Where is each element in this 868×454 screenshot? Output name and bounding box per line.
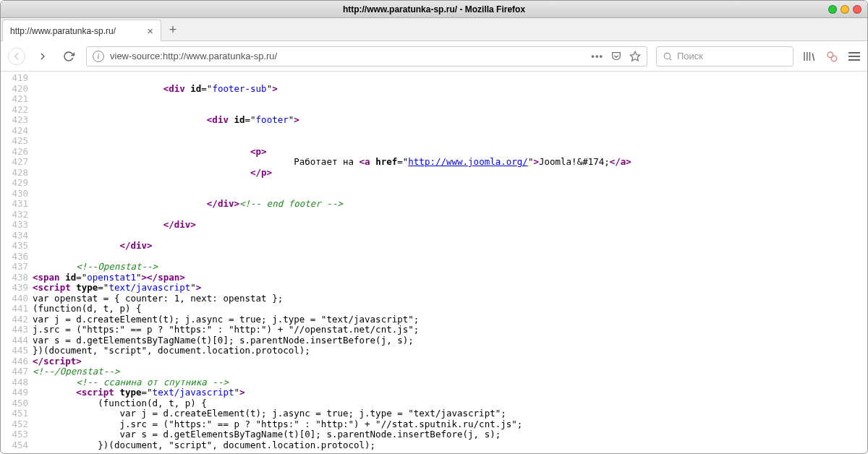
line-number: 420 <box>1 84 28 95</box>
sidebar-icon[interactable] <box>825 50 838 63</box>
line-number: 442 <box>1 314 28 325</box>
line-number: 433 <box>1 220 28 231</box>
line-number: 430 <box>1 189 28 200</box>
line-number: 436 <box>1 252 28 262</box>
url-bar[interactable]: i view-source:http://www.paratunka-sp.ru… <box>86 46 647 67</box>
source-line: <div id="footer"> <box>33 115 867 126</box>
tab-strip: http://www.paratunka-sp.ru/ × + <box>1 18 867 41</box>
source-line: </p> <box>33 168 867 179</box>
urlbar-actions: ••• <box>591 51 641 62</box>
close-window-button[interactable] <box>853 5 861 14</box>
line-number: 446 <box>1 356 28 367</box>
search-icon <box>663 51 673 61</box>
svg-line-2 <box>670 58 672 60</box>
source-line: var j = d.createElement(t); j.async = tr… <box>33 314 867 325</box>
line-number-gutter: 4194204214224234244254264274284294304314… <box>1 73 33 454</box>
maximize-button[interactable] <box>841 5 849 14</box>
view-source-pane[interactable]: 4194204214224234244254264274284294304314… <box>1 72 867 454</box>
source-line: j.src = ("https:" == p ? "https:" : "htt… <box>33 419 867 430</box>
bookmark-star-icon[interactable] <box>629 51 641 62</box>
source-line: Работает на <a href="http://www.joomla.o… <box>33 157 867 168</box>
source-line: </div><!-- end footer --> <box>33 199 867 210</box>
forward-button[interactable] <box>34 48 51 65</box>
line-number: 444 <box>1 335 28 346</box>
line-number: 437 <box>1 262 28 273</box>
source-line: <!-- ссанина от спутника --> <box>33 377 867 388</box>
source-line: var openstat = { counter: 1, next: opens… <box>33 294 867 304</box>
line-number: 439 <box>1 283 28 294</box>
source-code: <div id="footer-sub"> <div id="footer"> … <box>33 73 867 454</box>
source-line: var s = d.getElementsByTagName(t)[0]; s.… <box>33 429 867 440</box>
svg-line-6 <box>812 53 814 61</box>
line-number: 435 <box>1 241 28 252</box>
line-number: 447 <box>1 367 28 377</box>
site-info-icon[interactable]: i <box>93 51 104 62</box>
source-line <box>33 231 867 241</box>
window-titlebar: http://www.paratunka-sp.ru/ - Mozilla Fi… <box>1 1 867 18</box>
source-line: </div> <box>33 220 867 231</box>
source-line: var s = d.getElementsByTagName(t)[0]; s.… <box>33 335 867 346</box>
source-line: j.src = ("https:" == p ? "https:" : "htt… <box>33 325 867 335</box>
line-number: 449 <box>1 387 28 398</box>
line-number: 423 <box>1 115 28 126</box>
line-number: 422 <box>1 105 28 116</box>
search-placeholder: Поиск <box>677 51 703 61</box>
window-title: http://www.paratunka-sp.ru/ - Mozilla Fi… <box>343 4 525 14</box>
source-line: })(document, "script", document.location… <box>33 346 867 356</box>
source-line: <script type="text/javascript"> <box>33 283 867 294</box>
page-actions-icon[interactable]: ••• <box>591 51 603 61</box>
menu-button[interactable] <box>848 52 860 61</box>
url-text: view-source:http://www.paratunka-sp.ru/ <box>110 51 277 61</box>
source-line: <span id="openstat1"></span> <box>33 273 867 283</box>
back-button[interactable] <box>8 48 25 65</box>
pocket-icon[interactable] <box>610 51 622 62</box>
source-line <box>33 210 867 220</box>
library-icon[interactable] <box>802 50 815 63</box>
source-line: </div> <box>33 241 867 252</box>
source-line <box>33 178 867 189</box>
source-line <box>33 189 867 200</box>
browser-tab[interactable]: http://www.paratunka-sp.ru/ × <box>2 20 161 41</box>
line-number: 445 <box>1 346 28 356</box>
line-number: 425 <box>1 136 28 147</box>
line-number: 421 <box>1 94 28 105</box>
line-number: 419 <box>1 73 28 84</box>
source-line <box>33 126 867 137</box>
line-number: 443 <box>1 325 28 335</box>
window-controls <box>828 5 861 14</box>
line-number: 424 <box>1 126 28 137</box>
minimize-button[interactable] <box>828 5 837 14</box>
source-line <box>33 73 867 84</box>
source-line <box>33 94 867 105</box>
new-tab-button[interactable]: + <box>161 19 184 40</box>
source-line <box>33 136 867 147</box>
toolbar: i view-source:http://www.paratunka-sp.ru… <box>1 41 867 72</box>
source-line: <script type="text/javascript"> <box>33 387 867 398</box>
source-line: <!--Openstat--> <box>33 262 867 273</box>
line-number: 448 <box>1 377 28 388</box>
line-number: 434 <box>1 231 28 241</box>
source-line: <p> <box>33 147 867 158</box>
source-line: var j = d.createElement(t); j.async = tr… <box>33 408 867 419</box>
close-tab-icon[interactable]: × <box>147 25 153 37</box>
svg-marker-0 <box>630 51 639 61</box>
source-line: <div id="footer-sub"> <box>33 84 867 95</box>
source-line <box>33 105 867 116</box>
line-number: 453 <box>1 429 28 440</box>
line-number: 429 <box>1 178 28 189</box>
reload-button[interactable] <box>60 48 77 65</box>
line-number: 451 <box>1 408 28 419</box>
line-number: 431 <box>1 199 28 210</box>
line-number: 438 <box>1 273 28 283</box>
line-number: 427 <box>1 157 28 168</box>
tab-title: http://www.paratunka-sp.ru/ <box>10 26 116 36</box>
search-bar[interactable]: Поиск <box>656 46 793 67</box>
source-line <box>33 252 867 262</box>
source-line: </script> <box>33 356 867 367</box>
line-number: 428 <box>1 168 28 179</box>
line-number: 441 <box>1 304 28 314</box>
line-number: 454 <box>1 440 28 451</box>
source-line: })(document, "script", document.location… <box>33 440 867 451</box>
line-number: 440 <box>1 294 28 304</box>
source-line: (function(d, t, p) { <box>33 398 867 409</box>
